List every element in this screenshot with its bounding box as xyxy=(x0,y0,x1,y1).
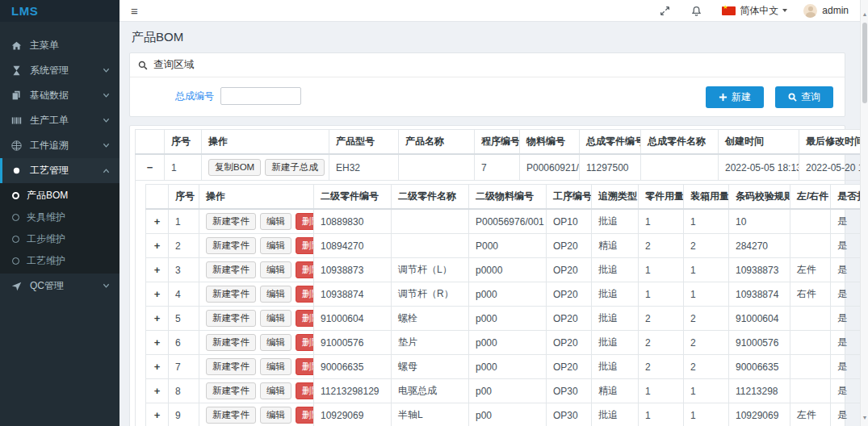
row-actions: 新建零件编辑删除 xyxy=(199,307,314,331)
action-button-编辑[interactable]: 编辑 xyxy=(260,213,291,230)
delete-button[interactable]: 删除 xyxy=(296,334,314,351)
child-table-wrap: 序号操作二级零件编号二级零件名称二级物料编号工序编号追溯类型零件用量装箱用量条码… xyxy=(136,181,868,426)
expand-row-button[interactable]: + xyxy=(153,288,161,300)
action-button-新建零件[interactable]: 新建零件 xyxy=(206,382,256,399)
sidebar-item-生产工单[interactable]: 生产工单 xyxy=(0,108,120,133)
delete-button[interactable]: 删除 xyxy=(296,213,314,230)
table-cell: 批追 xyxy=(592,331,639,355)
delete-button[interactable]: 删除 xyxy=(296,310,314,327)
table-cell: P00056976/001 xyxy=(469,209,547,234)
column-header: 装箱用量 xyxy=(684,185,729,210)
action-button-复制BOM[interactable]: 复制BOM xyxy=(208,159,261,176)
action-button-编辑[interactable]: 编辑 xyxy=(260,286,291,303)
delete-button[interactable]: 删除 xyxy=(296,261,314,278)
delete-button[interactable]: 删除 xyxy=(296,382,314,399)
row-actions: 新建零件编辑删除 xyxy=(199,355,314,379)
row-actions: 新建零件编辑删除 xyxy=(199,403,314,426)
sidebar-item-label: QC管理 xyxy=(30,279,64,293)
table-cell: 2 xyxy=(684,307,729,331)
expand-row-button[interactable]: + xyxy=(153,215,161,228)
chevron-down-icon xyxy=(103,282,110,290)
table-cell: p00 xyxy=(469,379,547,403)
chevron-down-icon xyxy=(103,142,110,149)
delete-button[interactable]: 删除 xyxy=(296,237,314,254)
table-cell: 10938873 xyxy=(314,258,392,282)
column-header: 左/右件 xyxy=(790,185,831,210)
page-scrollbar[interactable]: ▲ ▼ xyxy=(860,0,868,426)
action-button-编辑[interactable]: 编辑 xyxy=(260,261,291,278)
table-cell: 1 xyxy=(639,403,684,426)
language-selector[interactable]: 简体中文 xyxy=(712,0,797,21)
delete-button[interactable]: 删除 xyxy=(296,286,314,303)
action-button-编辑[interactable]: 编辑 xyxy=(260,334,291,351)
fullscreen-icon[interactable] xyxy=(649,0,681,21)
collapse-row-button[interactable]: − xyxy=(142,161,157,173)
delete-button[interactable]: 删除 xyxy=(296,407,314,424)
expand-row-button[interactable]: + xyxy=(153,385,161,397)
table-cell: 11213298 xyxy=(729,379,790,403)
expand-row-button[interactable]: + xyxy=(153,409,161,421)
sidebar-item-工艺管理[interactable]: 工艺管理 xyxy=(0,158,120,183)
column-header: 二级零件名称 xyxy=(392,185,469,210)
sidebar-item-label: 生产工单 xyxy=(30,114,69,127)
table-cell xyxy=(790,355,831,379)
submenu-item-工步维护[interactable]: 工步维护 xyxy=(0,228,120,250)
action-button-新建零件[interactable]: 新建零件 xyxy=(206,407,256,424)
action-button-新建零件[interactable]: 新建零件 xyxy=(206,261,256,278)
scroll-up-icon[interactable]: ▲ xyxy=(861,10,868,19)
action-button-新建子总成[interactable]: 新建子总成 xyxy=(265,159,325,176)
sidebar-item-label: 基础数据 xyxy=(30,89,69,102)
column-header: 总成零件编号 xyxy=(580,130,641,155)
table-cell: 1 xyxy=(684,282,729,307)
sidebar-item-基础数据[interactable]: 基础数据 xyxy=(0,83,120,108)
expand-row-button[interactable]: + xyxy=(153,312,161,324)
table-cell: 10938874 xyxy=(314,282,392,307)
delete-button[interactable]: 删除 xyxy=(296,358,314,375)
expand-row-button[interactable]: + xyxy=(153,361,161,373)
action-button-新建零件[interactable]: 新建零件 xyxy=(206,286,256,303)
table-cell: p000 xyxy=(469,307,547,331)
expand-row-button[interactable]: + xyxy=(153,240,161,252)
action-button-编辑[interactable]: 编辑 xyxy=(260,237,291,254)
notification-bell-icon[interactable] xyxy=(681,0,712,21)
new-button[interactable]: 新建 xyxy=(706,86,764,108)
action-button-新建零件[interactable]: 新建零件 xyxy=(206,358,256,375)
column-header: 序号 xyxy=(165,130,202,155)
table-cell: OP20 xyxy=(547,282,592,307)
sidebar-item-系统管理[interactable]: 系统管理 xyxy=(0,58,120,83)
table-cell: 2 xyxy=(169,234,199,258)
row-actions: 新建零件编辑删除 xyxy=(199,331,314,355)
action-button-编辑[interactable]: 编辑 xyxy=(260,358,291,375)
column-header: 条码校验规则 xyxy=(729,185,790,210)
assembly-no-input[interactable] xyxy=(220,87,301,105)
table-cell: 91000576 xyxy=(729,331,790,355)
action-button-编辑[interactable]: 编辑 xyxy=(260,407,291,424)
table-cell: 半轴L xyxy=(392,403,469,426)
sidebar-item-主菜单[interactable]: 主菜单 xyxy=(0,33,120,58)
query-button[interactable]: 查询 xyxy=(775,86,833,108)
column-header: 二级零件编号 xyxy=(314,185,392,210)
column-header: 追溯类型 xyxy=(592,185,639,210)
scroll-down-icon[interactable]: ▼ xyxy=(861,413,868,423)
scrollbar-thumb[interactable] xyxy=(862,23,867,103)
action-button-编辑[interactable]: 编辑 xyxy=(260,310,291,327)
action-button-编辑[interactable]: 编辑 xyxy=(260,382,291,399)
submenu-item-工艺维护[interactable]: 工艺维护 xyxy=(0,250,120,272)
menu-toggle-icon[interactable]: ≡ xyxy=(120,0,149,22)
submenu-item-夹具维护[interactable]: 夹具维护 xyxy=(0,207,120,228)
action-button-新建零件[interactable]: 新建零件 xyxy=(206,310,256,327)
table-cell: 2 xyxy=(639,234,684,258)
user-menu[interactable]: admin xyxy=(797,0,860,21)
sidebar-item-工件追溯[interactable]: 工件追溯 xyxy=(0,133,120,158)
expand-row-button[interactable]: + xyxy=(153,336,161,349)
submenu-item-产品BOM[interactable]: 产品BOM xyxy=(0,185,120,207)
action-button-新建零件[interactable]: 新建零件 xyxy=(206,213,256,230)
sidebar-item-QC管理[interactable]: QC管理 xyxy=(0,274,120,299)
action-button-新建零件[interactable]: 新建零件 xyxy=(206,237,256,254)
submenu-item-label: 工艺维护 xyxy=(27,254,65,268)
app-window: LMS 主菜单系统管理基础数据生产工单工件追溯工艺管理产品BOM夹具维护工步维护… xyxy=(0,0,868,426)
expand-row-button[interactable]: + xyxy=(153,264,161,276)
assembly-no-label: 总成编号 xyxy=(175,90,214,103)
table-cell xyxy=(790,234,831,258)
action-button-新建零件[interactable]: 新建零件 xyxy=(206,334,256,351)
